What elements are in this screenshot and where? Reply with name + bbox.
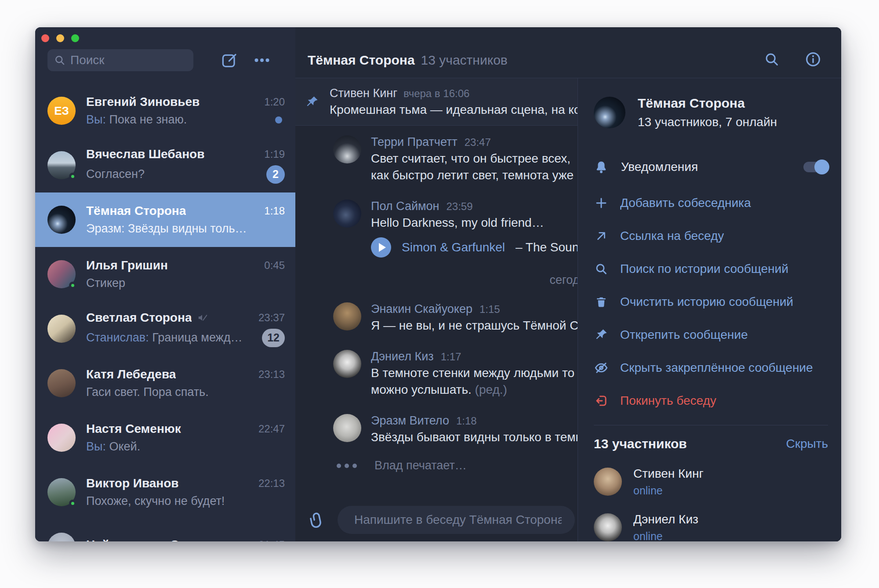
zoom-window-button[interactable] (71, 34, 79, 42)
avatar[interactable] (333, 302, 361, 330)
action-leave-chat[interactable]: Покинуть беседу (594, 384, 828, 417)
message-author[interactable]: Дэниел Киз (371, 350, 434, 363)
panel-chat-subtitle: 13 участников, 7 онлайн (638, 115, 777, 129)
avatar[interactable] (333, 414, 361, 442)
chat-list-item-evgeniy[interactable]: ЕЗ Евгений Зиновьев1:20 Вы: Пока не знаю… (35, 83, 295, 138)
arrow-up-right-icon (594, 229, 609, 243)
action-unpin-message[interactable]: Открепить сообщение (594, 318, 828, 351)
chat-list: ЕЗ Евгений Зиновьев1:20 Вы: Пока не знаю… (35, 83, 295, 541)
chat-list-item-nastya[interactable]: Настя Семенюк22:47 Вы: Окей. (35, 410, 295, 465)
avatar[interactable] (333, 200, 361, 228)
search-in-chat-icon[interactable] (762, 50, 781, 69)
audio-artist-link[interactable]: Simon & Garfunkel (402, 240, 505, 254)
avatar (47, 151, 76, 179)
hide-members-link[interactable]: Скрыть (786, 437, 828, 451)
members-count: 13 участников (594, 436, 687, 451)
chat-name: Катя Лебедева (86, 367, 176, 381)
chat-title[interactable]: Тёмная Сторона (308, 51, 415, 69)
action-chat-link[interactable]: Ссылка на беседу (594, 219, 828, 252)
chat-header: Тёмная Сторона 13 участников (295, 27, 841, 78)
message-input-field[interactable] (354, 513, 562, 527)
typing-dots (337, 464, 357, 468)
chat-list-item-light-side[interactable]: Светлая Сторона 23:37 Станислав: Граница… (35, 301, 295, 356)
members-header: 13 участников Скрыть (594, 435, 828, 453)
chat-info-panel: Тёмная Сторона 13 участников, 7 онлайн У… (578, 78, 841, 541)
chat-preview: Стикер (86, 276, 125, 290)
search-icon (54, 54, 66, 66)
panel-chat-title: Тёмная Сторона (638, 96, 777, 111)
chat-time: 1:18 (264, 205, 285, 217)
message-author[interactable]: Эразм Витело (371, 414, 449, 428)
chat-list-item-vyacheslav[interactable]: Вячеслав Шебанов1:19 Согласен?2 (35, 138, 295, 192)
chat-name: Вячеслав Шебанов (86, 147, 204, 161)
window-controls (35, 27, 295, 49)
chat-name: Тёмная Сторона (86, 204, 186, 218)
chat-list-item-katya[interactable]: Катя Лебедева23:13 Гаси свет. Пора спать… (35, 356, 295, 410)
message-text: Свет считает, что он быстрее всех, (371, 150, 578, 167)
more-menu-icon[interactable] (252, 51, 272, 70)
chat-time: 1:19 (264, 148, 285, 160)
message-time: 23:59 (446, 200, 472, 213)
chat-preview: Гаси свет. Пора спать. (86, 385, 209, 399)
message-author[interactable]: Пол Саймон (371, 200, 439, 213)
avatar[interactable] (333, 135, 361, 163)
chat-preview: Согласен? (86, 167, 145, 181)
search-field[interactable] (70, 53, 187, 67)
avatar (594, 468, 622, 496)
edited-mark: (ред.) (475, 383, 507, 396)
audio-title: – The Sound (516, 240, 578, 254)
message-daniel: Дэниел Киз1:17 В темноте стенки между лю… (333, 350, 578, 398)
chat-list-item-viktor[interactable]: Виктор Иванов22:13 Похоже, скучно не буд… (35, 465, 295, 519)
chat-list-item-dark-side[interactable]: Тёмная Сторона1:18 Эразм: Звёзды видны т… (35, 192, 295, 247)
notifications-row: Уведомления (594, 158, 828, 176)
chat-list-item-ilya[interactable]: Илья Гришин0:45 Стикер (35, 247, 295, 301)
unread-badge: 2 (266, 165, 285, 184)
pinned-author[interactable]: Стивен Кинг (330, 87, 397, 100)
member-daniel[interactable]: Дэниел Киз online (594, 505, 828, 541)
paperclip-icon[interactable] (306, 509, 328, 531)
trash-icon (594, 295, 609, 309)
search-icon (594, 262, 609, 276)
info-icon[interactable] (803, 50, 823, 69)
chat-time: 0:45 (264, 259, 285, 272)
compose-icon[interactable] (220, 51, 239, 70)
online-dot (69, 173, 76, 180)
avatar (47, 424, 76, 452)
member-stephen[interactable]: Стивен Кинг online (594, 459, 828, 505)
message-text: Я — не вы, и не страшусь Тёмной С (371, 317, 578, 334)
divider (594, 425, 828, 425)
audio-attachment: Simon & Garfunkel – The Sound (371, 237, 578, 258)
avatar[interactable] (333, 350, 361, 378)
message-time: 23:47 (465, 136, 491, 149)
chat-subtitle: 13 участников (421, 51, 508, 69)
close-window-button[interactable] (41, 34, 49, 42)
chat-actions: Добавить собеседника Ссылка на беседу По… (594, 186, 828, 417)
action-hide-pinned[interactable]: Скрыть закреплённое сообщение (594, 351, 828, 384)
chat-time: 23:13 (258, 368, 285, 381)
message-author[interactable]: Энакин Скайуокер (371, 302, 472, 316)
message-erasm: Эразм Витело1:18 Звёзды бывают видны тол… (333, 414, 578, 446)
conversation-pane: Стивен Кинг вчера в 16:06 Кромешная тьма… (295, 78, 578, 541)
member-status: online (633, 530, 698, 542)
action-clear-history[interactable]: Очистить историю сообщений (594, 285, 828, 318)
online-dot (69, 282, 76, 289)
action-add-member[interactable]: Добавить собеседника (594, 186, 828, 219)
minimize-window-button[interactable] (56, 34, 64, 42)
avatar (47, 369, 76, 397)
message-author[interactable]: Терри Пратчетт (371, 135, 458, 149)
avatar (47, 533, 76, 541)
notifications-toggle[interactable] (803, 162, 828, 172)
sidebar: ЕЗ Евгений Зиновьев1:20 Вы: Пока не знаю… (35, 27, 295, 541)
online-dot (69, 500, 76, 507)
chat-avatar[interactable] (594, 97, 625, 128)
pinned-message[interactable]: Стивен Кинг вчера в 16:06 Кромешная тьма… (295, 78, 578, 126)
action-search-history[interactable]: Поиск по истории сообщений (594, 252, 828, 285)
chat-list-item-neutral[interactable]: Нейтральная Сторона21:45 (35, 519, 295, 541)
pinned-time: вчера в 16:06 (403, 87, 469, 100)
chat-preview: Вы: Окей. (86, 440, 140, 454)
search-input[interactable] (47, 49, 193, 71)
play-icon[interactable] (371, 237, 391, 258)
member-status: online (633, 484, 704, 497)
chat-name: Виктор Иванов (86, 476, 179, 490)
message-input[interactable] (338, 506, 575, 534)
